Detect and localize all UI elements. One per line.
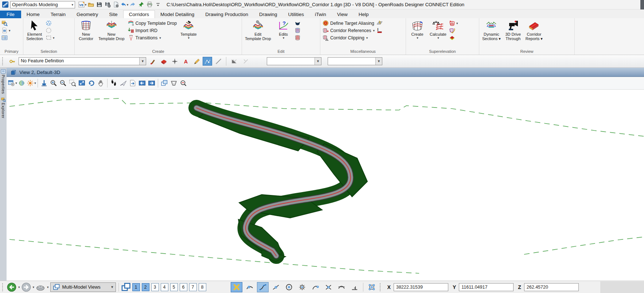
new-corridor-button[interactable]: NewCorridor <box>76 19 96 41</box>
view-group-combo[interactable]: Multi-Model Views▾ <box>50 282 116 292</box>
print-button[interactable] <box>146 1 153 8</box>
dock-tab-explorer[interactable]: Explorer <box>1 97 6 118</box>
snap-perpendicular-button[interactable] <box>349 282 360 292</box>
corridor-references-button[interactable]: Corridor References▾ <box>322 27 375 34</box>
secondary-combo-2[interactable]: ▼ <box>328 57 382 65</box>
undo-button[interactable]: ▾ <box>121 1 128 8</box>
explorer-button[interactable] <box>1 20 11 26</box>
v8-mode-button[interactable]: V8▾ <box>79 1 86 8</box>
view-title-bar[interactable]: View 2, Default-3D <box>7 68 644 77</box>
window-area-button[interactable] <box>68 79 77 87</box>
corridor-lightning-button[interactable] <box>376 20 383 26</box>
chevron-down-icon[interactable]: ▾ <box>47 285 49 289</box>
view-toggle-5[interactable]: 5 <box>170 283 178 291</box>
clip-mask-button[interactable] <box>179 79 188 87</box>
tab-itwin[interactable]: iTwin <box>309 11 332 18</box>
chevron-down-icon[interactable]: ▼ <box>139 58 146 65</box>
view-toggle-2[interactable]: 2 <box>142 283 149 291</box>
dock-tab-properties[interactable]: Properties <box>1 69 6 94</box>
select-fence-button[interactable] <box>46 20 55 26</box>
open-folder-button[interactable] <box>87 1 94 8</box>
history-button[interactable] <box>36 282 45 292</box>
se-create-button[interactable]: Create▾ <box>407 19 427 40</box>
tab-drawing-production[interactable]: Drawing Production <box>200 11 254 18</box>
corridor-blue-button[interactable] <box>294 27 301 34</box>
tab-home[interactable]: Home <box>21 11 45 18</box>
copy-template-drop-button[interactable]: Copy Template Drop <box>127 20 178 26</box>
se-lane-button[interactable] <box>449 35 458 41</box>
pan-button[interactable] <box>97 79 105 87</box>
zoom-in-button[interactable] <box>49 79 58 87</box>
chevron-down-icon[interactable]: ▾ <box>18 285 20 289</box>
tab-geometry[interactable]: Geometry <box>71 11 104 18</box>
corridor-red-button[interactable] <box>294 35 301 41</box>
view-toggle-3[interactable]: 3 <box>151 283 159 291</box>
display-style-button[interactable] <box>17 79 26 87</box>
view-previous-button[interactable] <box>138 79 147 87</box>
overlay-button[interactable] <box>294 20 301 26</box>
brightness-button[interactable]: ▾ <box>27 79 36 87</box>
view-toggle-4[interactable]: 4 <box>161 283 168 291</box>
accusnap-button[interactable] <box>231 282 242 292</box>
drawing-canvas[interactable] <box>7 90 644 281</box>
select-circle-button[interactable] <box>46 27 55 34</box>
document-settings-button[interactable] <box>112 1 120 8</box>
z-coordinate-field[interactable]: 262.45720 <box>524 283 579 291</box>
fly-button[interactable] <box>119 79 128 87</box>
tab-drawing[interactable]: Drawing <box>254 11 283 18</box>
forward-button[interactable] <box>22 282 31 292</box>
new-template-drop-button[interactable]: NewTemplate Drop <box>97 19 126 41</box>
view-toggle-8[interactable]: 8 <box>199 283 206 291</box>
feature-lock-icon[interactable] <box>7 57 17 66</box>
create-surface-button[interactable] <box>159 57 168 66</box>
view-next-button[interactable] <box>147 79 156 87</box>
transitions-button[interactable]: Transitions▾ <box>127 35 178 41</box>
x-coordinate-field[interactable]: 38222.31539 <box>394 283 448 291</box>
chevron-down-icon[interactable]: ▼ <box>375 58 382 65</box>
tab-utilities[interactable]: Utilities <box>283 11 310 18</box>
se-calculate-button[interactable]: Calculate▾ <box>428 19 448 40</box>
import-ird-button[interactable]: Import IRD <box>127 27 178 34</box>
annotate-button[interactable]: A <box>181 57 190 66</box>
se-clip-button[interactable] <box>449 27 458 34</box>
edits-button[interactable]: ?Edits▾ <box>274 19 293 40</box>
tab-view[interactable]: View <box>332 11 353 18</box>
tab-corridors[interactable]: Corridors <box>123 10 155 18</box>
apply-display-button[interactable] <box>40 79 48 87</box>
define-target-aliasing-button[interactable]: Define Target Aliasing <box>322 20 375 26</box>
tab-help[interactable]: Help <box>353 11 374 18</box>
fit-view-button[interactable] <box>78 79 86 87</box>
tab-terrain[interactable]: Terrain <box>45 11 71 18</box>
navigate-view-button[interactable] <box>128 79 137 87</box>
view-toggle-1[interactable]: 1 <box>132 283 140 291</box>
view-toggle-6[interactable]: 6 <box>180 283 187 291</box>
zoom-out-button[interactable] <box>59 79 67 87</box>
snap-origin-button[interactable] <box>296 282 308 292</box>
feature-definition-combo[interactable]: No Feature Definition ▼ <box>19 57 146 65</box>
corridor-reports-button[interactable]: CorridorReports ▾ <box>524 19 544 41</box>
toolbar-options-button[interactable] <box>154 1 161 8</box>
redo-button[interactable] <box>129 1 136 8</box>
import-style-button[interactable]: I <box>376 27 383 34</box>
copy-view-button[interactable] <box>160 79 169 87</box>
tab-model-detailing[interactable]: Model Detailing <box>155 11 200 18</box>
civil-accudraw-button[interactable] <box>170 57 179 66</box>
element-selection-button[interactable]: ElementSelection <box>25 19 44 41</box>
snap-bisector-button[interactable] <box>309 282 321 292</box>
match-properties-button[interactable] <box>148 57 157 66</box>
attach-tools-button[interactable]: ▾ <box>1 27 11 34</box>
snap-midpoint-button[interactable] <box>270 282 282 292</box>
clip-volume-button[interactable] <box>169 79 178 87</box>
pin-button[interactable] <box>137 1 145 8</box>
dynamic-sections-button[interactable]: DynamicSections ▾ <box>481 19 502 41</box>
save-button[interactable] <box>95 1 103 8</box>
snap-intersection-button[interactable] <box>323 282 334 292</box>
tab-site[interactable]: Site <box>104 11 123 18</box>
walk-button[interactable] <box>109 79 118 87</box>
rotate-view-button[interactable] <box>87 79 96 87</box>
back-button[interactable] <box>7 282 16 292</box>
chevron-down-icon[interactable]: ▾ <box>33 285 35 289</box>
corridor-clipping-button[interactable]: Corridor Clipping▾ <box>322 35 375 41</box>
template-button[interactable]: Template▾ <box>179 19 198 40</box>
draw-pencil-button[interactable] <box>192 57 201 66</box>
